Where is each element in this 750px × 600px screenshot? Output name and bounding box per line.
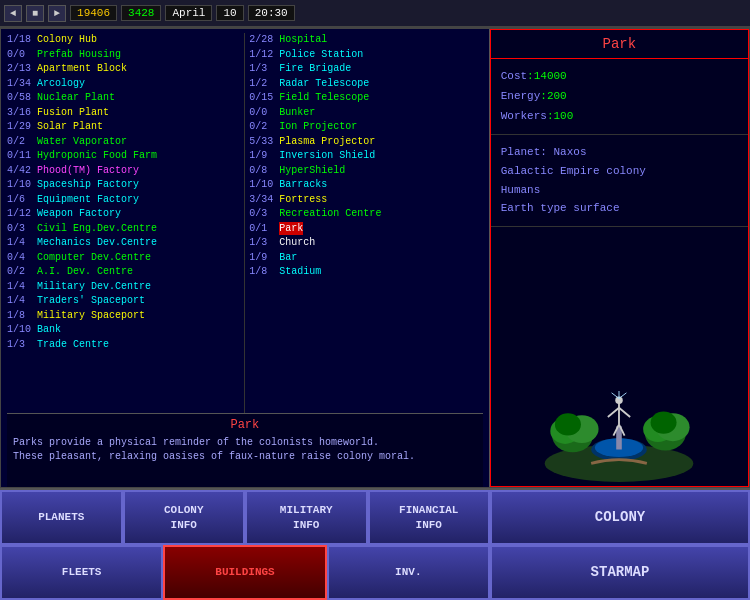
list-item[interactable]: 0/2Ion Projector (249, 120, 478, 134)
list-item[interactable]: 1/8Military Spaceport (7, 309, 236, 323)
list-item[interactable]: 1/34Arcology (7, 77, 236, 91)
prev-btn[interactable]: ◄ (4, 5, 22, 22)
building-name: Park (279, 222, 303, 236)
list-item[interactable]: 5/33Plasma Projector (249, 135, 478, 149)
description-area: Park Parks provide a physical reminder o… (7, 413, 483, 487)
list-item[interactable]: 1/4Military Dev.Centre (7, 280, 236, 294)
list-item[interactable]: 3/16Fusion Plant (7, 106, 236, 120)
building-count: 0/0 (249, 106, 279, 120)
list-item[interactable]: 1/3Trade Centre (7, 338, 236, 352)
nav-buildings-btn[interactable]: BUILDINGS (163, 545, 326, 600)
nav-inv-btn[interactable]: INV. (327, 545, 490, 600)
list-item[interactable]: 1/10Bank (7, 323, 236, 337)
building-count: 5/33 (249, 135, 279, 149)
list-item[interactable]: 1/8Stadium (249, 265, 478, 279)
desc-title: Park (13, 418, 477, 432)
building-name: Recreation Centre (279, 207, 381, 221)
list-item[interactable]: 2/28Hospital (249, 33, 478, 47)
building-name: Colony Hub (37, 33, 97, 47)
list-item[interactable]: 1/10Barracks (249, 178, 478, 192)
population-stat: 3428 (121, 5, 161, 21)
list-item[interactable]: 4/42Phood(TM) Factory (7, 164, 236, 178)
list-item[interactable]: 1/9Inversion Shield (249, 149, 478, 163)
list-item[interactable]: 0/0Bunker (249, 106, 478, 120)
nav-colony-btn[interactable]: COLONY (490, 490, 750, 545)
list-item[interactable]: 0/3Civil Eng.Dev.Centre (7, 222, 236, 236)
list-item[interactable]: 0/4Computer Dev.Centre (7, 251, 236, 265)
list-item[interactable]: 1/18Colony Hub (7, 33, 236, 47)
list-item[interactable]: 0/58Nuclear Plant (7, 91, 236, 105)
building-name: Military Spaceport (37, 309, 145, 323)
list-item[interactable]: 1/3Church (249, 236, 478, 250)
list-item[interactable]: 3/34Fortress (249, 193, 478, 207)
building-name: Fusion Plant (37, 106, 109, 120)
building-count: 0/0 (7, 48, 37, 62)
cost-stat: Cost:14000 (501, 67, 738, 87)
nav-fleets-btn[interactable]: FLEETS (0, 545, 163, 600)
building-count: 1/34 (7, 77, 37, 91)
building-count: 1/12 (7, 207, 37, 221)
building-name: HyperShield (279, 164, 345, 178)
pause-btn[interactable]: ■ (26, 5, 44, 22)
building-name: Mechanics Dev.Centre (37, 236, 157, 250)
park-svg (529, 352, 709, 482)
nav-colony-info-btn[interactable]: COLONYINFO (123, 490, 246, 545)
building-name: Trade Centre (37, 338, 109, 352)
list-item[interactable]: 1/4Mechanics Dev.Centre (7, 236, 236, 250)
list-item[interactable]: 1/29Solar Plant (7, 120, 236, 134)
workers-stat: Workers:100 (501, 107, 738, 127)
list-item[interactable]: 0/11Hydroponic Food Farm (7, 149, 236, 163)
nav-row-1: PLANETS COLONYINFO MILITARYINFO FINANCIA… (0, 490, 490, 545)
list-item[interactable]: 0/15Field Telescope (249, 91, 478, 105)
list-item[interactable]: 0/2Water Vaporator (7, 135, 236, 149)
building-columns: 1/18Colony Hub0/0Prefab Housing2/13Apart… (7, 33, 483, 413)
svg-point-8 (651, 411, 677, 433)
nav-starmap-btn[interactable]: STARMAP (490, 545, 750, 600)
building-count: 1/3 (249, 62, 279, 76)
building-name: Inversion Shield (279, 149, 375, 163)
building-count: 3/34 (249, 193, 279, 207)
building-count: 2/28 (249, 33, 279, 47)
desc-text: Parks provide a physical reminder of the… (13, 436, 477, 464)
list-item[interactable]: 0/2A.I. Dev. Centre (7, 265, 236, 279)
building-count: 1/4 (7, 280, 37, 294)
building-name: Traders' Spaceport (37, 294, 145, 308)
building-count: 1/10 (249, 178, 279, 192)
list-item[interactable]: 1/2Radar Telescope (249, 77, 478, 91)
building-count: 1/4 (7, 236, 37, 250)
nav-financial-info-btn[interactable]: FINANCIALINFO (368, 490, 491, 545)
svg-line-19 (619, 393, 626, 399)
list-item[interactable]: 0/8HyperShield (249, 164, 478, 178)
list-item[interactable]: 1/12Weapon Factory (7, 207, 236, 221)
list-item[interactable]: 1/6Equipment Factory (7, 193, 236, 207)
building-name: Plasma Projector (279, 135, 375, 149)
svg-line-15 (619, 408, 630, 417)
list-item[interactable]: 1/4Traders' Spaceport (7, 294, 236, 308)
list-item[interactable]: 1/10Spaceship Factory (7, 178, 236, 192)
list-item[interactable]: 1/12Police Station (249, 48, 478, 62)
time-stat: 20:30 (248, 5, 295, 21)
list-item[interactable]: 2/13Apartment Block (7, 62, 236, 76)
building-name: Fire Brigade (279, 62, 351, 76)
building-count: 1/9 (249, 251, 279, 265)
building-count: 0/4 (7, 251, 37, 265)
building-count: 2/13 (7, 62, 37, 76)
list-item[interactable]: 0/0Prefab Housing (7, 48, 236, 62)
col-divider (244, 33, 245, 413)
list-item[interactable]: 0/3Recreation Centre (249, 207, 478, 221)
list-item[interactable]: 0/1Park (249, 222, 478, 236)
building-name: Bar (279, 251, 297, 265)
nav-left: PLANETS COLONYINFO MILITARYINFO FINANCIA… (0, 490, 490, 600)
building-count: 0/3 (7, 222, 37, 236)
building-name: Arcology (37, 77, 85, 91)
left-panel: 1/18Colony Hub0/0Prefab Housing2/13Apart… (1, 29, 490, 487)
next-btn[interactable]: ► (48, 5, 66, 22)
list-item[interactable]: 1/3Fire Brigade (249, 62, 478, 76)
right-panel: Park Cost:14000 Energy:200 Workers:100 P… (490, 29, 749, 487)
nav-military-info-btn[interactable]: MILITARYINFO (245, 490, 368, 545)
energy-stat: Energy:200 (501, 87, 738, 107)
list-item[interactable]: 1/9Bar (249, 251, 478, 265)
nav-planets-btn[interactable]: PLANETS (0, 490, 123, 545)
building-col-2: 2/28Hospital1/12Police Station1/3Fire Br… (249, 33, 482, 413)
building-count: 0/11 (7, 149, 37, 163)
